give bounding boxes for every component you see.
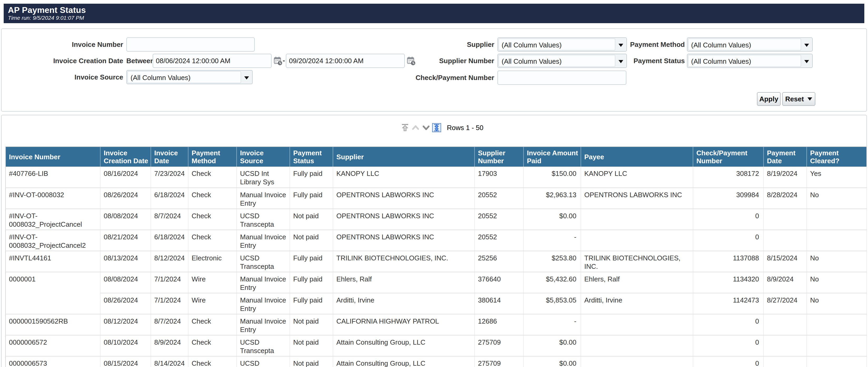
column-header-payment-status[interactable]: Payment Status (290, 147, 333, 167)
table-cell: 0000001590562RB (5, 314, 100, 335)
table-cell: 376640 (474, 272, 524, 293)
column-header-invoice-number[interactable]: Invoice Number (5, 147, 100, 167)
table-cell: Manual Invoice Entry (237, 272, 290, 293)
table-cell (807, 314, 867, 335)
next-rows-icon[interactable] (422, 123, 431, 132)
table-cell: 08/21/2024 (100, 230, 151, 251)
reset-button[interactable]: Reset (782, 92, 815, 106)
table-cell: Not paid (290, 209, 333, 230)
payment-method-label: Payment Method (560, 37, 685, 52)
table-cell: Check (188, 209, 237, 230)
invoice-number-input[interactable] (126, 37, 255, 52)
table-cell: 0 (693, 335, 764, 356)
table-cell: - (524, 230, 581, 251)
column-header-invoice-source[interactable]: Invoice Source (237, 147, 290, 167)
table-cell: Check (188, 356, 237, 367)
table-row: #407766-LIB08/16/20247/23/2024CheckUCSD … (5, 167, 867, 188)
table-cell: Check (188, 335, 237, 356)
table-cell: - (524, 314, 581, 335)
table-cell: No (807, 293, 867, 314)
table-cell: Arditti, Irvine (581, 293, 693, 314)
table-cell: OPENTRONS LABWORKS INC (333, 209, 474, 230)
column-header-payment-date[interactable]: Payment Date (764, 147, 807, 167)
column-header-payment-cleared[interactable]: Payment Cleared? (807, 147, 867, 167)
table-cell: $2,963.13 (524, 188, 581, 209)
invoice-source-dropdown[interactable]: (All Column Values) (126, 70, 253, 84)
payment-method-dropdown[interactable]: (All Column Values) (687, 37, 813, 52)
table-cell (581, 209, 693, 230)
table-cell: 275709 (474, 335, 524, 356)
table-cell: 0000006572 (5, 335, 100, 356)
results-table-container: Invoice NumberInvoice Creation DateInvoi… (5, 146, 867, 367)
table-cell: Attain Consulting Group, LLC (333, 335, 474, 356)
table-header-row: Invoice NumberInvoice Creation DateInvoi… (5, 147, 867, 167)
table-cell: 0 (693, 314, 764, 335)
supplier-label: Supplier (370, 37, 494, 52)
table-row: 000000657208/10/20248/9/2024CheckUCSD Tr… (5, 335, 867, 356)
table-cell: 20552 (474, 188, 524, 209)
time-run-label: Time run: 9/5/2024 9:01:07 PM (8, 15, 864, 21)
table-cell: Manual Invoice Entry (237, 188, 290, 209)
table-row: #INV-OT-0008032_ProjectCancel208/21/2024… (5, 230, 867, 251)
chevron-down-icon (807, 97, 812, 100)
table-cell (581, 230, 693, 251)
results-panel: Rows 1 - 50 Invoice NumberInvoice Creati… (1, 115, 867, 367)
table-cell: 275709 (474, 356, 524, 367)
table-cell: Attain Consulting Group, LLC (333, 356, 474, 367)
column-header-check-payment-number[interactable]: Check/Payment Number (693, 147, 764, 167)
table-cell: 0000001 (5, 272, 100, 314)
page-title: AP Payment Status (8, 5, 864, 15)
table-cell: KANOPY LLC (581, 167, 693, 188)
table-cell: UCSD Transcepta (237, 209, 290, 230)
table-cell: 0000006573 (5, 356, 100, 367)
max-rows-icon[interactable] (432, 123, 441, 132)
column-header-payment-method[interactable]: Payment Method (188, 147, 237, 167)
table-cell: 08/08/2024 (100, 209, 151, 230)
table-cell: 0 (693, 209, 764, 230)
column-header-payee[interactable]: Payee (581, 147, 693, 167)
table-cell: No (807, 251, 867, 272)
calendar-clock-icon[interactable] (274, 56, 283, 66)
previous-rows-icon[interactable] (411, 123, 420, 132)
invoice-source-label: Invoice Source (2, 70, 123, 84)
creation-date-from-input[interactable] (153, 54, 272, 68)
table-cell (581, 314, 693, 335)
apply-button[interactable]: Apply (757, 92, 781, 106)
table-cell: UCSD Transcepta (237, 356, 290, 367)
table-cell (807, 230, 867, 251)
table-cell: 08/16/2024 (100, 167, 151, 188)
return-to-first-icon[interactable] (401, 123, 409, 132)
payment-method-value: (All Column Values) (688, 38, 801, 51)
column-header-supplier[interactable]: Supplier (333, 147, 474, 167)
column-header-invoice-amount-paid[interactable]: Invoice Amount Paid (524, 147, 581, 167)
table-cell: CALIFORNIA HIGHWAY PATROL (333, 314, 474, 335)
filter-panel: Invoice Number Invoice Creation Date Bet… (1, 28, 867, 112)
column-header-supplier-number[interactable]: Supplier Number (474, 147, 524, 167)
table-cell: Electronic (188, 251, 237, 272)
table-cell: Wire (188, 293, 237, 314)
table-cell: 7/23/2024 (151, 167, 188, 188)
table-cell: 0 (693, 356, 764, 367)
table-cell: Fully paid (290, 293, 333, 314)
table-row: #INVTL4416108/13/20248/12/2024Electronic… (5, 251, 867, 272)
table-row: 000000108/08/20247/1/2024WireManual Invo… (5, 272, 867, 293)
table-cell: Manual Invoice Entry (237, 230, 290, 251)
payment-status-dropdown[interactable]: (All Column Values) (687, 54, 813, 68)
table-cell (764, 230, 807, 251)
table-cell (807, 209, 867, 230)
table-cell: #INV-OT-0008032 (5, 188, 100, 209)
column-header-invoice-creation-date[interactable]: Invoice Creation Date (100, 147, 151, 167)
table-cell: 20552 (474, 230, 524, 251)
table-cell: #407766-LIB (5, 167, 100, 188)
date-range-separator: - (283, 56, 285, 64)
table-cell (764, 314, 807, 335)
table-cell: No (807, 272, 867, 293)
check-payment-number-input[interactable] (497, 70, 626, 85)
table-cell: 0 (693, 230, 764, 251)
column-header-invoice-date[interactable]: Invoice Date (151, 147, 188, 167)
table-cell: 6/18/2024 (151, 230, 188, 251)
table-cell: 08/15/2024 (100, 356, 151, 367)
table-cell (581, 335, 693, 356)
table-cell: 7/1/2024 (151, 272, 188, 293)
table-cell: TRILINK BIOTECHNOLOGIES, INC. (581, 251, 693, 272)
